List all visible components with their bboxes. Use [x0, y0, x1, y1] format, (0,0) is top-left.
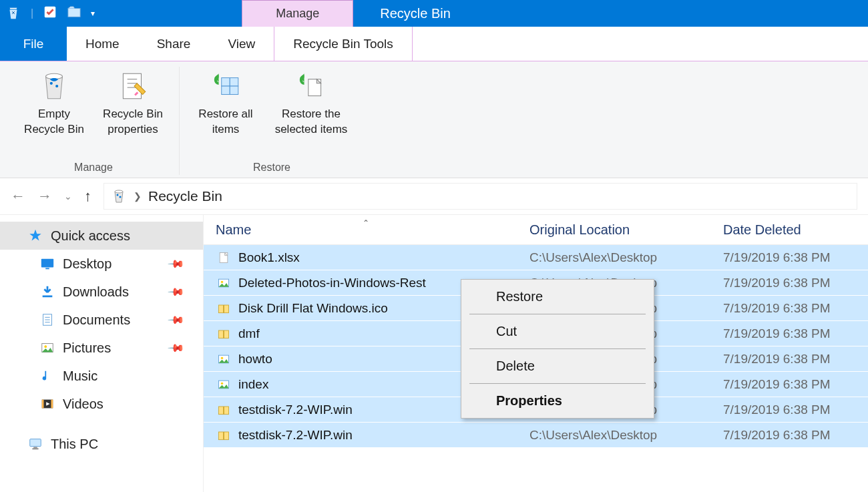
file-type-icon — [216, 251, 232, 264]
file-type-icon — [216, 352, 232, 366]
file-date-deleted: 7/19/2019 6:38 PM — [723, 276, 831, 290]
sidebar-item-music[interactable]: Music — [0, 362, 203, 390]
svg-rect-46 — [223, 432, 224, 440]
ribbon-group-restore: Restore all items Restore the selected i… — [180, 67, 364, 175]
pin-icon: 📌 — [167, 254, 186, 273]
file-type-icon — [216, 302, 232, 315]
pin-icon: 📌 — [167, 338, 186, 357]
breadcrumb-location[interactable]: Recycle Bin — [148, 188, 222, 204]
column-header-name[interactable]: Name ⌃ — [216, 222, 529, 238]
file-type-icon — [216, 378, 232, 391]
svg-point-34 — [221, 280, 223, 282]
file-type-icon — [216, 403, 232, 417]
navigation-bar: ← → ⌄ ↑ ❯ Recycle Bin — [0, 178, 868, 215]
ribbon-group-manage-title: Manage — [74, 162, 113, 175]
restore-selected-items-button[interactable]: Restore the selected items — [268, 67, 355, 160]
file-row[interactable]: Book1.xlsxC:\Users\Alex\Desktop7/19/2019… — [204, 245, 868, 270]
svg-rect-1 — [68, 9, 80, 17]
context-menu-cut[interactable]: Cut — [461, 314, 654, 348]
svg-point-42 — [221, 382, 223, 384]
svg-point-14 — [115, 190, 123, 193]
context-tab-header[interactable]: Manage — [242, 0, 353, 27]
sidebar-videos-label: Videos — [63, 397, 103, 412]
sidebar-item-pictures[interactable]: Pictures 📌 — [0, 334, 203, 362]
context-menu-delete[interactable]: Delete — [461, 349, 654, 383]
file-row[interactable]: testdisk-7.2-WIP.winC:\Users\Alex\Deskto… — [204, 423, 868, 448]
navigation-pane: Quick access Desktop 📌 Downloads 📌 Docum… — [0, 215, 204, 492]
tab-home[interactable]: Home — [67, 27, 138, 61]
file-date-deleted: 7/19/2019 6:38 PM — [723, 428, 831, 443]
ribbon-group-restore-title: Restore — [253, 162, 290, 175]
qat-separator-icon: | — [31, 7, 33, 19]
restore-all-items-button[interactable]: Restore all items — [189, 67, 262, 160]
column-header-date-deleted[interactable]: Date Deleted — [723, 222, 868, 238]
tab-recycle-bin-tools[interactable]: Recycle Bin Tools — [274, 27, 413, 61]
sidebar-item-videos[interactable]: Videos — [0, 390, 203, 418]
file-date-deleted: 7/19/2019 6:38 PM — [723, 352, 831, 366]
svg-rect-38 — [223, 330, 224, 338]
context-menu: Restore Cut Delete Properties — [461, 279, 654, 419]
sidebar-item-this-pc[interactable]: This PC — [0, 430, 203, 458]
address-bar[interactable]: ❯ Recycle Bin — [103, 183, 857, 210]
forward-button[interactable]: → — [37, 188, 52, 205]
svg-point-3 — [50, 82, 53, 85]
svg-rect-29 — [30, 439, 41, 447]
ribbon-group-manage: Empty Recycle Bin Recycle Bin properties… — [8, 67, 180, 175]
pictures-icon — [40, 340, 55, 355]
svg-rect-44 — [223, 407, 224, 415]
recent-dropdown-icon[interactable]: ⌄ — [64, 191, 72, 202]
this-pc-icon — [28, 437, 43, 451]
svg-rect-10 — [230, 78, 238, 87]
tab-view[interactable]: View — [209, 27, 274, 61]
sidebar-pictures-label: Pictures — [63, 340, 111, 356]
svg-rect-27 — [42, 400, 44, 409]
file-type-icon — [216, 276, 232, 290]
empty-recycle-bin-button[interactable]: Empty Recycle Bin — [17, 67, 91, 160]
svg-rect-36 — [223, 305, 224, 313]
recycle-bin-breadcrumb-icon — [111, 188, 127, 204]
file-date-deleted: 7/19/2019 6:38 PM — [723, 403, 831, 417]
title-bar: | ▾ Manage Recycle Bin — [0, 0, 868, 27]
svg-rect-18 — [45, 268, 49, 269]
file-original-location: C:\Users\Alex\Desktop — [529, 250, 723, 265]
qat-dropdown-icon[interactable]: ▾ — [91, 9, 95, 18]
desktop-icon — [40, 256, 55, 271]
up-button[interactable]: ↑ — [84, 188, 91, 205]
svg-point-40 — [221, 356, 223, 358]
svg-rect-12 — [230, 86, 238, 95]
file-date-deleted: 7/19/2019 6:38 PM — [723, 326, 831, 341]
file-name: testdisk-7.2-WIP.win — [238, 428, 529, 443]
file-name: Book1.xlsx — [238, 250, 529, 265]
tab-share[interactable]: Share — [138, 27, 210, 61]
sidebar-item-desktop[interactable]: Desktop 📌 — [0, 250, 203, 278]
sidebar-item-documents[interactable]: Documents 📌 — [0, 306, 203, 334]
svg-rect-31 — [32, 448, 38, 449]
sidebar-desktop-label: Desktop — [63, 256, 112, 272]
sidebar-item-downloads[interactable]: Downloads 📌 — [0, 278, 203, 306]
downloads-icon — [40, 284, 55, 299]
quick-access-toolbar: | ▾ — [27, 5, 95, 22]
context-menu-properties[interactable]: Properties — [461, 384, 654, 418]
new-folder-qat-icon[interactable] — [67, 5, 81, 22]
back-button[interactable]: ← — [11, 188, 25, 205]
tab-file[interactable]: File — [0, 27, 67, 61]
empty-recycle-bin-label: Empty Recycle Bin — [17, 107, 91, 138]
star-icon — [28, 228, 43, 243]
restore-all-items-label: Restore all items — [189, 107, 262, 138]
svg-point-15 — [117, 194, 119, 196]
file-date-deleted: 7/19/2019 6:38 PM — [723, 301, 831, 316]
sidebar-item-quick-access[interactable]: Quick access — [0, 222, 203, 250]
properties-qat-icon[interactable] — [43, 5, 57, 22]
column-header-original-location[interactable]: Original Location — [529, 222, 723, 238]
ribbon-tabs: File Home Share View Recycle Bin Tools — [0, 27, 868, 61]
file-date-deleted: 7/19/2019 6:38 PM — [723, 250, 831, 265]
sidebar-documents-label: Documents — [63, 312, 130, 328]
svg-rect-28 — [51, 400, 53, 409]
videos-icon — [40, 397, 55, 411]
pin-icon: 📌 — [167, 282, 186, 301]
restore-selected-items-label: Restore the selected items — [268, 107, 355, 138]
svg-rect-19 — [43, 296, 53, 298]
context-menu-restore[interactable]: Restore — [461, 280, 654, 314]
recycle-bin-properties-button[interactable]: Recycle Bin properties — [96, 67, 170, 160]
svg-rect-9 — [222, 78, 230, 87]
